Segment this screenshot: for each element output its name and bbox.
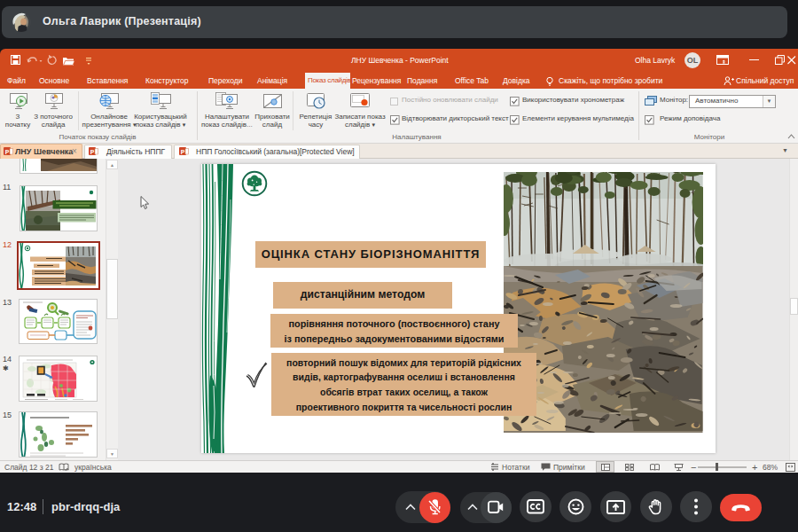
svg-text:P: P	[181, 149, 185, 155]
svg-text:P: P	[5, 149, 10, 155]
svg-text:P: P	[90, 149, 95, 155]
